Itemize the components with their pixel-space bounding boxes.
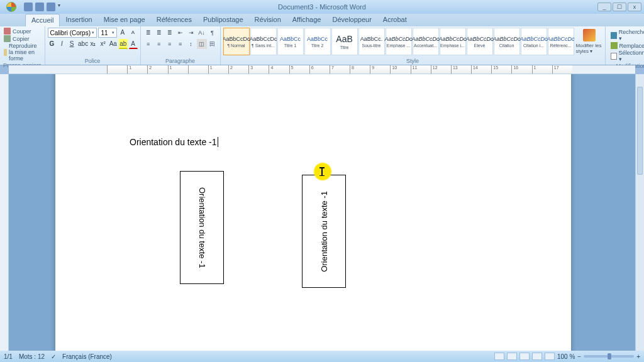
tab-affichage[interactable]: Affichage [287,14,327,26]
clear-format-button[interactable]: Aa [109,39,118,49]
align-center-button[interactable]: ≡ [154,39,164,49]
sort-button[interactable]: A↓ [197,28,207,38]
scrollbar-thumb[interactable] [637,87,643,175]
font-color-button[interactable]: A [129,39,138,49]
tab-mise-en-page[interactable]: Mise en page [98,14,151,26]
ruler-horizontal[interactable]: 12112345678910111213141516117 [9,65,635,74]
align-right-button[interactable]: ≡ [165,39,175,49]
replace-icon [611,42,618,49]
view-print-layout-button[interactable] [494,353,504,360]
minimize-button[interactable]: _ [597,3,611,11]
style-item[interactable]: AaBbCcDc¶ Normal [223,28,250,55]
style-item[interactable]: AaBbCcDcEmphase i... [440,28,466,55]
strike-button[interactable]: abc [77,39,87,49]
document-area: Orientation du texte -1 Orientation du t… [0,74,635,351]
scrollbar-vertical[interactable] [635,74,644,351]
italic-button[interactable]: I [57,39,66,49]
body-paragraph[interactable]: Orientation du texte -1 [130,137,218,147]
ruler-vertical[interactable] [0,74,9,351]
status-page[interactable]: 1/1 [4,353,13,360]
style-item[interactable]: AaBbCcTitre 1 [277,28,304,55]
copy-button[interactable]: Copier [3,35,42,42]
tab-publipostage[interactable]: Publipostage [197,14,249,26]
bullets-button[interactable]: ≣ [143,28,153,38]
style-item[interactable]: AaBbCcDcAccentuat... [413,28,439,55]
grow-font-button[interactable]: A [118,28,127,38]
zoom-slider[interactable] [584,355,634,358]
line-spacing-button[interactable]: ↕ [186,39,196,49]
style-item[interactable]: AaBbCcDcÉlevé [467,28,493,55]
numbering-button[interactable]: ≣ [154,28,164,38]
style-preview: AaBbCcDc [250,36,277,42]
maximize-button[interactable]: ☐ [613,3,626,11]
shrink-font-button[interactable]: A [128,28,137,38]
status-language[interactable]: Français (France) [62,353,112,360]
zoom-in-button[interactable]: + [636,353,640,360]
multilevel-button[interactable]: ≣ [165,28,175,38]
qat-redo-icon[interactable] [47,3,55,11]
style-item[interactable]: AaBbCcTitre 2 [304,28,331,55]
style-preview: AaBbCc [307,36,328,42]
select-button[interactable]: Sélectionner ▾ [611,50,644,62]
show-marks-button[interactable]: ¶ [208,28,218,38]
status-proofing-icon[interactable]: ✓ [51,353,56,360]
view-draft-button[interactable] [545,353,555,360]
office-button[interactable] [1,0,21,14]
styles-gallery[interactable]: AaBbCcDc¶ NormalAaBbCcDc¶ Sans int...AaB… [223,28,575,55]
view-fullscreen-button[interactable] [507,353,517,360]
replace-button[interactable]: Remplacer [611,42,644,49]
view-outline-button[interactable] [532,353,542,360]
underline-button[interactable]: S [67,39,76,49]
style-item[interactable]: AaBbCcDcCitation i... [521,28,547,55]
qat-save-icon[interactable] [24,3,33,11]
tab-references[interactable]: Références [151,14,197,26]
style-item[interactable]: AaBbCcDcCitation [494,28,520,55]
bold-button[interactable]: G [48,39,57,49]
style-item[interactable]: AaBbCcDc¶ Sans int... [250,28,277,55]
font-size-combo[interactable]: 11▾ [98,28,116,38]
qat-customize-icon[interactable]: ▾ [58,3,63,11]
document-page[interactable]: Orientation du texte -1 Orientation du t… [55,74,571,351]
highlight-button[interactable]: ab [119,39,128,49]
style-name: Titre 2 [305,43,330,48]
tab-revision[interactable]: Révision [249,14,287,26]
shading-button[interactable]: ◫ [197,39,207,49]
tab-accueil[interactable]: Accueil [25,14,60,26]
format-painter-button[interactable]: Reproduire la mise en forme [3,43,42,62]
textbox-2[interactable]: Orientation du texte -1 [302,175,346,288]
align-left-button[interactable]: ≡ [143,39,153,49]
styles-group-label: Style [223,57,602,65]
tab-acrobat[interactable]: Acrobat [377,14,413,26]
font-family-combo[interactable]: Calibri (Corps)▾ [48,28,97,38]
borders-button[interactable]: 田 [208,39,218,49]
view-web-button[interactable] [519,353,530,360]
cut-button[interactable]: Couper [3,28,42,35]
style-item[interactable]: AaBbCcDcEmphase ... [386,28,412,55]
justify-button[interactable]: ≡ [175,39,186,49]
group-font: Calibri (Corps)▾ 11▾ A A G I S abc x₂ x²… [45,26,141,65]
status-bar: 1/1 Mots : 12 ✓ Français (France) 100 % … [0,351,644,362]
ruler-tick: 1 [127,65,147,74]
zoom-slider-knob[interactable] [608,353,611,359]
zoom-level[interactable]: 100 % [557,353,575,360]
ruler-tick: 8 [350,65,370,74]
change-styles-button[interactable]: Modifier les styles ▾ [576,28,602,55]
close-button[interactable]: x [628,3,641,11]
style-item[interactable]: AaBTitre [331,28,358,55]
find-button[interactable]: Rechercher ▾ [611,29,644,41]
tab-developpeur[interactable]: Développeur [326,14,377,26]
status-words[interactable]: Mots : 12 [19,353,45,360]
qat-undo-icon[interactable] [35,3,44,11]
zoom-out-button[interactable]: − [577,353,581,360]
tab-insertion[interactable]: Insertion [60,14,97,26]
superscript-button[interactable]: x² [99,39,108,49]
textbox-1[interactable]: Orientation du texte -1 [180,171,224,284]
style-item[interactable]: AaBbCcDcRéférenc... [548,28,574,55]
subscript-button[interactable]: x₂ [89,39,97,49]
scissors-icon [4,28,11,35]
indent-inc-button[interactable]: ⇥ [186,28,196,38]
style-item[interactable]: AaBbCc.Sous-titre [358,28,385,55]
indent-dec-button[interactable]: ⇤ [175,28,186,38]
change-styles-label: Modifier les styles ▾ [576,43,602,54]
ruler-tick: 14 [471,65,491,74]
